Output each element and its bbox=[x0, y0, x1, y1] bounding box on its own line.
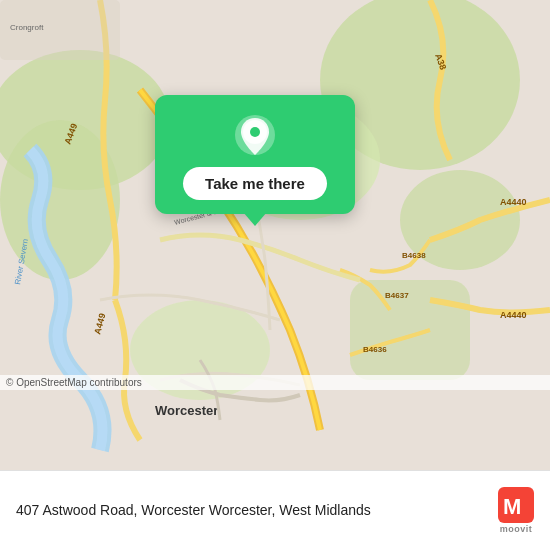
location-popup: Take me there bbox=[155, 95, 355, 214]
svg-text:Worcester: Worcester bbox=[155, 403, 218, 418]
svg-text:B4638: B4638 bbox=[402, 251, 426, 260]
bottom-info-bar: 407 Astwood Road, Worcester Worcester, W… bbox=[0, 470, 550, 550]
map-container[interactable]: A449 A449 A38 A4440 A4440 B4638 B4637 B4… bbox=[0, 0, 550, 470]
map-pin-icon bbox=[233, 113, 277, 157]
moovit-logo: M moovit bbox=[498, 487, 534, 534]
take-me-there-button[interactable]: Take me there bbox=[183, 167, 327, 200]
moovit-text: moovit bbox=[500, 524, 533, 534]
svg-text:Crongroft: Crongroft bbox=[10, 23, 44, 32]
svg-point-23 bbox=[250, 127, 260, 137]
svg-text:A4440: A4440 bbox=[500, 197, 527, 207]
svg-text:M: M bbox=[503, 494, 521, 519]
address-label: 407 Astwood Road, Worcester Worcester, W… bbox=[16, 501, 371, 521]
moovit-m-icon: M bbox=[498, 487, 534, 523]
map-attribution: © OpenStreetMap contributors bbox=[0, 375, 550, 390]
svg-text:B4637: B4637 bbox=[385, 291, 409, 300]
map-background: A449 A449 A38 A4440 A4440 B4638 B4637 B4… bbox=[0, 0, 550, 470]
svg-text:A4440: A4440 bbox=[500, 310, 527, 320]
svg-text:B4636: B4636 bbox=[363, 345, 387, 354]
svg-rect-6 bbox=[350, 280, 470, 380]
